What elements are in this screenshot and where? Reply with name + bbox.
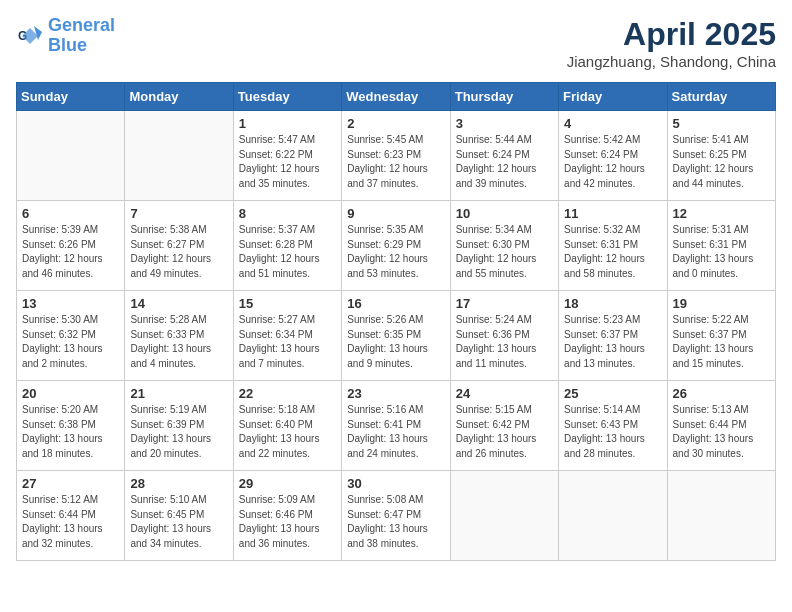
calendar-cell — [559, 471, 667, 561]
weekday-header-sunday: Sunday — [17, 83, 125, 111]
day-info: Sunrise: 5:13 AMSunset: 6:44 PMDaylight:… — [673, 403, 770, 461]
weekday-header-saturday: Saturday — [667, 83, 775, 111]
calendar-cell — [450, 471, 558, 561]
calendar-cell: 4Sunrise: 5:42 AMSunset: 6:24 PMDaylight… — [559, 111, 667, 201]
day-info: Sunrise: 5:24 AMSunset: 6:36 PMDaylight:… — [456, 313, 553, 371]
calendar-cell: 5Sunrise: 5:41 AMSunset: 6:25 PMDaylight… — [667, 111, 775, 201]
weekday-header-monday: Monday — [125, 83, 233, 111]
calendar-cell: 18Sunrise: 5:23 AMSunset: 6:37 PMDayligh… — [559, 291, 667, 381]
weekday-header-thursday: Thursday — [450, 83, 558, 111]
day-number: 30 — [347, 476, 444, 491]
day-number: 3 — [456, 116, 553, 131]
calendar-cell: 25Sunrise: 5:14 AMSunset: 6:43 PMDayligh… — [559, 381, 667, 471]
calendar-cell: 24Sunrise: 5:15 AMSunset: 6:42 PMDayligh… — [450, 381, 558, 471]
logo: G General Blue — [16, 16, 115, 56]
calendar-cell: 12Sunrise: 5:31 AMSunset: 6:31 PMDayligh… — [667, 201, 775, 291]
logo-text: General Blue — [48, 16, 115, 56]
calendar-cell — [125, 111, 233, 201]
calendar-cell: 14Sunrise: 5:28 AMSunset: 6:33 PMDayligh… — [125, 291, 233, 381]
day-number: 1 — [239, 116, 336, 131]
day-info: Sunrise: 5:23 AMSunset: 6:37 PMDaylight:… — [564, 313, 661, 371]
day-info: Sunrise: 5:20 AMSunset: 6:38 PMDaylight:… — [22, 403, 119, 461]
day-number: 25 — [564, 386, 661, 401]
day-number: 20 — [22, 386, 119, 401]
calendar-cell: 19Sunrise: 5:22 AMSunset: 6:37 PMDayligh… — [667, 291, 775, 381]
day-info: Sunrise: 5:10 AMSunset: 6:45 PMDaylight:… — [130, 493, 227, 551]
day-info: Sunrise: 5:22 AMSunset: 6:37 PMDaylight:… — [673, 313, 770, 371]
calendar-cell: 15Sunrise: 5:27 AMSunset: 6:34 PMDayligh… — [233, 291, 341, 381]
day-info: Sunrise: 5:19 AMSunset: 6:39 PMDaylight:… — [130, 403, 227, 461]
calendar-cell: 3Sunrise: 5:44 AMSunset: 6:24 PMDaylight… — [450, 111, 558, 201]
day-number: 17 — [456, 296, 553, 311]
calendar-cell: 6Sunrise: 5:39 AMSunset: 6:26 PMDaylight… — [17, 201, 125, 291]
calendar-cell: 8Sunrise: 5:37 AMSunset: 6:28 PMDaylight… — [233, 201, 341, 291]
day-number: 14 — [130, 296, 227, 311]
day-number: 19 — [673, 296, 770, 311]
day-info: Sunrise: 5:26 AMSunset: 6:35 PMDaylight:… — [347, 313, 444, 371]
calendar-cell: 17Sunrise: 5:24 AMSunset: 6:36 PMDayligh… — [450, 291, 558, 381]
calendar-cell: 9Sunrise: 5:35 AMSunset: 6:29 PMDaylight… — [342, 201, 450, 291]
calendar-cell: 27Sunrise: 5:12 AMSunset: 6:44 PMDayligh… — [17, 471, 125, 561]
day-info: Sunrise: 5:14 AMSunset: 6:43 PMDaylight:… — [564, 403, 661, 461]
weekday-header-tuesday: Tuesday — [233, 83, 341, 111]
week-row-4: 20Sunrise: 5:20 AMSunset: 6:38 PMDayligh… — [17, 381, 776, 471]
weekday-header-wednesday: Wednesday — [342, 83, 450, 111]
calendar-cell: 29Sunrise: 5:09 AMSunset: 6:46 PMDayligh… — [233, 471, 341, 561]
day-info: Sunrise: 5:18 AMSunset: 6:40 PMDaylight:… — [239, 403, 336, 461]
calendar-cell: 11Sunrise: 5:32 AMSunset: 6:31 PMDayligh… — [559, 201, 667, 291]
month-title: April 2025 — [567, 16, 776, 53]
calendar-cell: 30Sunrise: 5:08 AMSunset: 6:47 PMDayligh… — [342, 471, 450, 561]
day-number: 15 — [239, 296, 336, 311]
day-number: 28 — [130, 476, 227, 491]
day-number: 7 — [130, 206, 227, 221]
day-number: 18 — [564, 296, 661, 311]
week-row-1: 1Sunrise: 5:47 AMSunset: 6:22 PMDaylight… — [17, 111, 776, 201]
day-number: 2 — [347, 116, 444, 131]
day-info: Sunrise: 5:31 AMSunset: 6:31 PMDaylight:… — [673, 223, 770, 281]
day-number: 27 — [22, 476, 119, 491]
day-info: Sunrise: 5:45 AMSunset: 6:23 PMDaylight:… — [347, 133, 444, 191]
calendar-cell: 22Sunrise: 5:18 AMSunset: 6:40 PMDayligh… — [233, 381, 341, 471]
day-number: 4 — [564, 116, 661, 131]
logo-icon: G — [16, 22, 44, 50]
day-number: 29 — [239, 476, 336, 491]
day-info: Sunrise: 5:34 AMSunset: 6:30 PMDaylight:… — [456, 223, 553, 281]
day-info: Sunrise: 5:30 AMSunset: 6:32 PMDaylight:… — [22, 313, 119, 371]
day-number: 13 — [22, 296, 119, 311]
day-info: Sunrise: 5:08 AMSunset: 6:47 PMDaylight:… — [347, 493, 444, 551]
week-row-3: 13Sunrise: 5:30 AMSunset: 6:32 PMDayligh… — [17, 291, 776, 381]
day-info: Sunrise: 5:27 AMSunset: 6:34 PMDaylight:… — [239, 313, 336, 371]
day-info: Sunrise: 5:39 AMSunset: 6:26 PMDaylight:… — [22, 223, 119, 281]
day-number: 22 — [239, 386, 336, 401]
day-number: 12 — [673, 206, 770, 221]
day-info: Sunrise: 5:15 AMSunset: 6:42 PMDaylight:… — [456, 403, 553, 461]
day-number: 8 — [239, 206, 336, 221]
calendar-cell — [667, 471, 775, 561]
day-number: 21 — [130, 386, 227, 401]
calendar-cell: 2Sunrise: 5:45 AMSunset: 6:23 PMDaylight… — [342, 111, 450, 201]
calendar-cell: 1Sunrise: 5:47 AMSunset: 6:22 PMDaylight… — [233, 111, 341, 201]
day-number: 6 — [22, 206, 119, 221]
day-number: 5 — [673, 116, 770, 131]
day-info: Sunrise: 5:16 AMSunset: 6:41 PMDaylight:… — [347, 403, 444, 461]
calendar-cell: 28Sunrise: 5:10 AMSunset: 6:45 PMDayligh… — [125, 471, 233, 561]
day-info: Sunrise: 5:44 AMSunset: 6:24 PMDaylight:… — [456, 133, 553, 191]
day-info: Sunrise: 5:09 AMSunset: 6:46 PMDaylight:… — [239, 493, 336, 551]
calendar-cell: 10Sunrise: 5:34 AMSunset: 6:30 PMDayligh… — [450, 201, 558, 291]
day-number: 9 — [347, 206, 444, 221]
week-row-2: 6Sunrise: 5:39 AMSunset: 6:26 PMDaylight… — [17, 201, 776, 291]
day-number: 23 — [347, 386, 444, 401]
page-header: G General Blue April 2025 Jiangzhuang, S… — [16, 16, 776, 70]
calendar-cell: 20Sunrise: 5:20 AMSunset: 6:38 PMDayligh… — [17, 381, 125, 471]
day-info: Sunrise: 5:28 AMSunset: 6:33 PMDaylight:… — [130, 313, 227, 371]
day-number: 24 — [456, 386, 553, 401]
day-info: Sunrise: 5:47 AMSunset: 6:22 PMDaylight:… — [239, 133, 336, 191]
day-info: Sunrise: 5:37 AMSunset: 6:28 PMDaylight:… — [239, 223, 336, 281]
calendar-cell: 26Sunrise: 5:13 AMSunset: 6:44 PMDayligh… — [667, 381, 775, 471]
day-number: 11 — [564, 206, 661, 221]
day-info: Sunrise: 5:35 AMSunset: 6:29 PMDaylight:… — [347, 223, 444, 281]
weekday-header-friday: Friday — [559, 83, 667, 111]
title-section: April 2025 Jiangzhuang, Shandong, China — [567, 16, 776, 70]
weekday-header-row: SundayMondayTuesdayWednesdayThursdayFrid… — [17, 83, 776, 111]
day-info: Sunrise: 5:41 AMSunset: 6:25 PMDaylight:… — [673, 133, 770, 191]
